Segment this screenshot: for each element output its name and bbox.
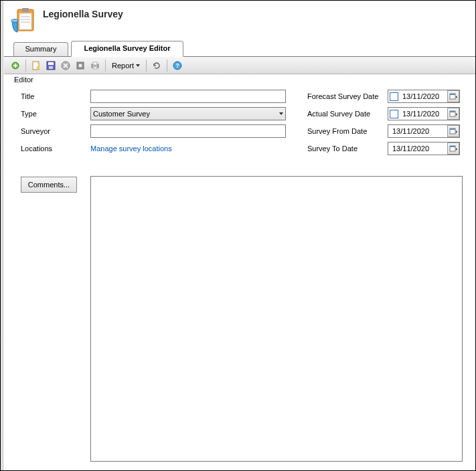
new-button[interactable]	[8, 58, 23, 73]
svg-point-9	[37, 66, 40, 69]
from-date-dropdown[interactable]	[447, 125, 459, 137]
chevron-down-icon	[279, 112, 283, 115]
surveyor-input[interactable]	[90, 124, 286, 138]
svg-rect-12	[49, 66, 53, 69]
forecast-date-dropdown[interactable]	[447, 90, 459, 102]
svg-rect-22	[450, 94, 455, 95]
survey-clipboard-icon	[8, 5, 37, 35]
svg-point-6	[11, 19, 18, 22]
tab-summary[interactable]: Summary	[13, 42, 68, 57]
cancel-button[interactable]	[58, 58, 73, 73]
actual-date-input[interactable]	[401, 109, 444, 118]
toolbar-separator	[146, 60, 147, 72]
actual-date-label: Actual Survey Date	[307, 110, 388, 118]
report-dropdown[interactable]: Report	[108, 58, 143, 73]
help-button[interactable]: ?	[170, 58, 185, 73]
forecast-date-label: Forecast Survey Date	[307, 92, 388, 100]
locations-label: Locations	[21, 145, 90, 153]
surveyor-label: Surveyor	[21, 127, 90, 135]
comments-button-label: Comments...	[28, 181, 70, 189]
to-date-field	[388, 142, 460, 155]
actual-date-field	[388, 107, 460, 120]
to-date-dropdown[interactable]	[447, 143, 459, 155]
svg-rect-2	[22, 8, 29, 12]
tab-strip: Summary Legionella Survey Editor	[4, 39, 475, 57]
stop-button[interactable]	[73, 58, 88, 73]
to-date-input[interactable]	[391, 144, 434, 153]
comments-textarea[interactable]	[90, 176, 463, 462]
from-date-field	[388, 124, 460, 138]
manage-locations-link[interactable]: Manage survey locations	[90, 145, 172, 153]
print-button[interactable]	[88, 58, 102, 73]
tab-summary-label: Summary	[25, 45, 56, 53]
actual-date-checkbox[interactable]	[390, 110, 398, 118]
type-select-value: Customer Survey	[93, 110, 150, 118]
report-label: Report	[112, 62, 134, 70]
forecast-date-checkbox[interactable]	[390, 92, 398, 101]
toolbar-separator	[25, 60, 26, 72]
svg-rect-26	[450, 128, 455, 130]
from-date-input[interactable]	[391, 126, 434, 136]
svg-rect-15	[79, 64, 82, 67]
actual-date-dropdown[interactable]	[447, 108, 459, 120]
svg-rect-28	[450, 146, 455, 147]
svg-rect-18	[93, 67, 97, 69]
forecast-date-input[interactable]	[401, 92, 444, 101]
save-button[interactable]	[44, 58, 58, 73]
refresh-button[interactable]	[149, 58, 164, 73]
toolbar-separator	[105, 60, 106, 72]
svg-text:?: ?	[175, 62, 179, 69]
type-label: Type	[21, 110, 90, 118]
toolbar: Report ?	[4, 57, 475, 74]
svg-rect-17	[93, 62, 97, 65]
title-label: Title	[21, 92, 90, 100]
tab-editor[interactable]: Legionella Survey Editor	[71, 41, 183, 57]
editor-group-label: Editor	[14, 76, 33, 84]
to-date-label: Survey To Date	[307, 145, 388, 153]
header: Legionella Survey	[4, 1, 475, 39]
type-select[interactable]: Customer Survey	[90, 107, 286, 120]
svg-rect-24	[450, 111, 455, 112]
tab-editor-label: Legionella Survey Editor	[84, 44, 171, 52]
page-title: Legionella Survey	[43, 9, 123, 19]
left-border-strip	[1, 1, 3, 470]
forecast-date-field	[388, 90, 460, 103]
svg-rect-11	[48, 62, 54, 65]
editor-form: Title Forecast Survey Date Type Customer…	[21, 88, 463, 157]
new-doc-button[interactable]	[29, 58, 44, 73]
comments-button[interactable]: Comments...	[21, 177, 77, 193]
chevron-down-icon	[136, 64, 140, 67]
svg-rect-1	[19, 13, 31, 29]
title-input[interactable]	[90, 90, 286, 103]
editor-panel: Editor Title Forecast Survey Date Type C…	[7, 76, 475, 470]
toolbar-separator	[167, 60, 167, 72]
from-date-label: Survey From Date	[307, 127, 388, 135]
